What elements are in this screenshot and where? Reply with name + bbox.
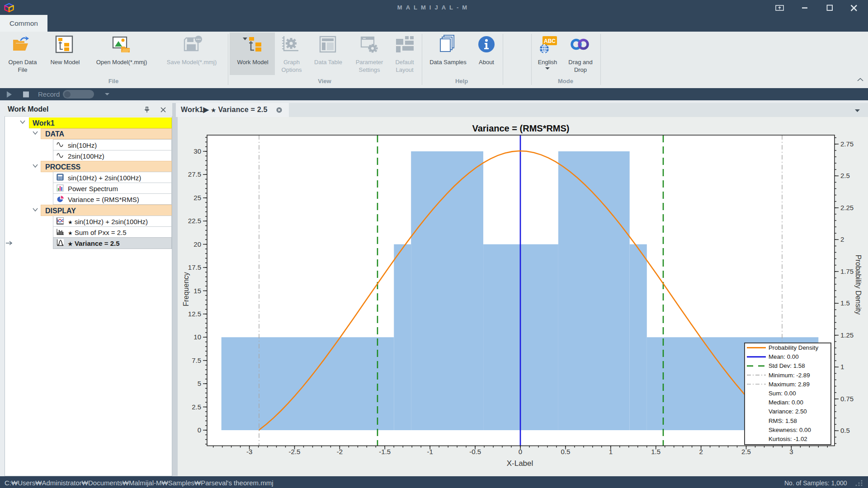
svg-text:0.5: 0.5 (561, 448, 570, 455)
svg-text:20: 20 (193, 240, 201, 248)
svg-text:Maximum: 2.89: Maximum: 2.89 (769, 381, 810, 388)
svg-text:Frequency: Frequency (182, 272, 190, 306)
svg-text:Median: 0.00: Median: 0.00 (769, 399, 803, 406)
svg-text:2.75: 2.75 (840, 140, 854, 148)
svg-text:15: 15 (193, 287, 201, 295)
svg-text:-1: -1 (427, 448, 433, 455)
svg-text:Mean: 0.00: Mean: 0.00 (769, 353, 799, 360)
svg-text:0.75: 0.75 (840, 395, 854, 403)
svg-text:2.5: 2.5 (741, 448, 751, 455)
svg-text:-2.5: -2.5 (289, 448, 301, 455)
svg-text:1: 1 (609, 448, 613, 455)
svg-text:1.5: 1.5 (840, 299, 850, 307)
svg-text:Variance = (RMS*RMS): Variance = (RMS*RMS) (472, 123, 569, 133)
svg-text:X-Label: X-Label (507, 459, 533, 468)
svg-text:1.5: 1.5 (651, 448, 660, 455)
svg-text:Sum: 0.00: Sum: 0.00 (769, 390, 796, 397)
svg-text:ABC: ABC (544, 38, 556, 44)
svg-text:-2: -2 (337, 448, 343, 455)
svg-text:Skewness: 0.00: Skewness: 0.00 (769, 427, 811, 433)
svg-text:2: 2 (840, 235, 844, 243)
svg-text:1.75: 1.75 (840, 267, 854, 275)
svg-text:2.5: 2.5 (192, 403, 201, 411)
svg-text:2.5: 2.5 (840, 172, 850, 179)
svg-text:RMS: 1.58: RMS: 1.58 (769, 418, 797, 424)
svg-text:Variance: 2.50: Variance: 2.50 (769, 408, 807, 415)
svg-text:0: 0 (519, 448, 522, 455)
svg-text:Minimum: -2.89: Minimum: -2.89 (769, 372, 810, 379)
svg-text:30: 30 (193, 147, 201, 155)
svg-text:1.25: 1.25 (840, 331, 854, 339)
svg-text:0: 0 (198, 426, 201, 434)
svg-text:12.5: 12.5 (188, 310, 201, 318)
svg-text:27.5: 27.5 (188, 170, 201, 178)
svg-text:2: 2 (699, 448, 703, 455)
svg-text:7.5: 7.5 (192, 357, 201, 364)
svg-text:2.25: 2.25 (840, 204, 854, 211)
svg-text:Probability Density: Probability Density (854, 255, 862, 315)
svg-text:22.5: 22.5 (188, 217, 201, 225)
svg-text:5: 5 (198, 380, 201, 387)
svg-text:-0.5: -0.5 (469, 448, 481, 455)
svg-text:0.5: 0.5 (840, 427, 850, 434)
svg-text:25: 25 (193, 194, 201, 202)
svg-text:Probability Density: Probability Density (769, 344, 818, 351)
svg-text:17.5: 17.5 (188, 263, 201, 271)
svg-text:-3: -3 (246, 448, 252, 455)
svg-text:Kurtosis: -1.02: Kurtosis: -1.02 (769, 436, 807, 442)
svg-text:10: 10 (193, 333, 201, 341)
svg-text:3: 3 (789, 448, 793, 455)
svg-text:-1.5: -1.5 (379, 448, 391, 455)
svg-text:Std Dev: 1.58: Std Dev: 1.58 (769, 362, 805, 369)
svg-text:1: 1 (840, 363, 844, 371)
